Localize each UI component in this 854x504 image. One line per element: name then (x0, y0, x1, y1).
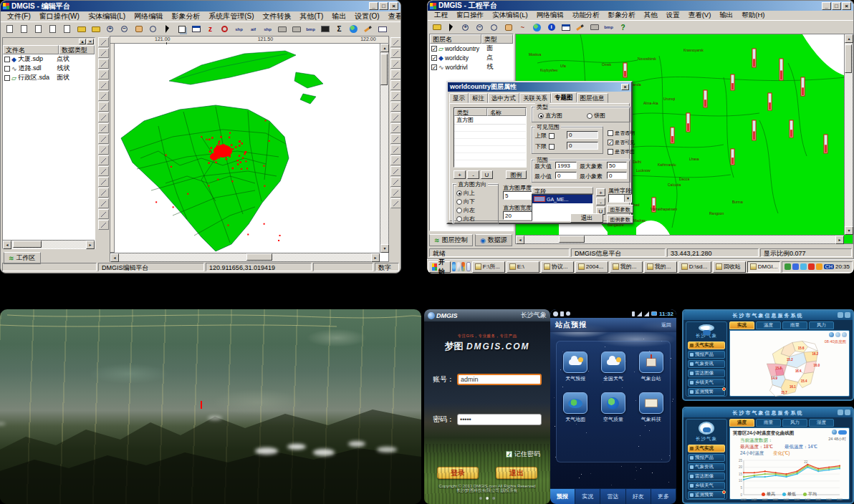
tool-button[interactable] (390, 188, 401, 198)
open-project-icon[interactable] (89, 23, 102, 35)
taskbar-button[interactable]: 回收站 (713, 261, 746, 273)
tab[interactable]: 风力 (809, 321, 834, 329)
select-cursor-icon[interactable] (444, 21, 458, 34)
info-icon[interactable]: i (544, 21, 558, 34)
tool-button[interactable] (98, 145, 109, 155)
maximize-button[interactable]: □ (379, 2, 388, 10)
map-vscroll[interactable]: ▴▾ (380, 44, 388, 253)
sketch-pencil-icon[interactable] (361, 23, 375, 35)
close-button[interactable]: × (389, 2, 398, 10)
minimize-button[interactable]: _ (369, 2, 378, 10)
close-button[interactable] (845, 312, 850, 318)
globe-icon[interactable] (530, 21, 544, 34)
tray-volume-icon[interactable] (785, 263, 791, 270)
tool-button[interactable] (390, 123, 401, 133)
zoom-window-icon[interactable] (146, 23, 160, 35)
tool-button[interactable] (390, 102, 401, 112)
menu-item[interactable]: 输出 (328, 11, 350, 21)
tool-button[interactable] (98, 166, 109, 176)
tool-button[interactable] (390, 37, 401, 47)
map-window-icon[interactable] (559, 21, 572, 34)
sidebar-item[interactable]: 监测预警 (688, 491, 725, 499)
remove-button[interactable]: - (467, 170, 479, 179)
menu-item[interactable]: 查看(V) (385, 11, 401, 21)
tool-button[interactable] (98, 188, 109, 198)
open-folder-icon[interactable] (75, 23, 88, 35)
tool-button[interactable] (98, 37, 109, 47)
sidebar-item[interactable]: 预报产品 (688, 454, 725, 462)
dir-right-radio[interactable]: 向右 (456, 215, 475, 223)
ie-icon[interactable] (452, 262, 456, 271)
statistics-icon[interactable]: Σ (332, 23, 346, 35)
sidebar-item[interactable]: 天气实况 (688, 341, 725, 349)
sidebar-item[interactable]: 天气实况 (688, 445, 725, 452)
map-hscroll[interactable]: ◂▸ (110, 253, 380, 261)
tray-qq-icon[interactable] (816, 263, 822, 270)
layer-properties-dialog[interactable]: worldcountry图层属性 × 显示 标注 选中方式 关联关系 专题图 图… (446, 81, 633, 224)
full-screen-icon[interactable] (318, 23, 332, 35)
close-button[interactable] (845, 410, 850, 415)
lower-input[interactable] (567, 142, 598, 150)
taskbar-clock[interactable]: 20:35 (835, 263, 850, 270)
open-folder-icon[interactable] (430, 21, 443, 34)
sidebar-item[interactable]: 乡镇天气 (688, 482, 725, 490)
tab-relation[interactable]: 关联关系 (519, 93, 551, 103)
min-input[interactable] (555, 172, 577, 179)
tab[interactable]: 湿度 (809, 419, 834, 427)
minimize-button[interactable] (838, 312, 843, 318)
half-checkbox[interactable]: 是否半图 (608, 148, 635, 155)
help-icon[interactable]: ? (616, 21, 630, 34)
print-icon[interactable] (275, 23, 289, 35)
visible-checkbox[interactable]: 是否可见 (608, 139, 635, 146)
tool-button[interactable] (390, 80, 401, 90)
file-checkbox[interactable] (4, 75, 10, 81)
menu-item[interactable]: 窗口操作 (453, 11, 487, 20)
tool-button[interactable] (390, 69, 401, 79)
panel-close-button[interactable]: × (87, 39, 94, 44)
menu-item[interactable]: 查看(V) (685, 11, 715, 20)
tab[interactable]: 雨量 (782, 321, 807, 329)
zoom-window-icon[interactable] (487, 21, 501, 34)
app-tile[interactable]: 空气质量 (601, 392, 625, 423)
exit-button[interactable]: 退出 (496, 467, 537, 479)
type-bar-radio[interactable]: 直方图 (538, 112, 562, 120)
back-button[interactable]: 返回 (661, 321, 671, 329)
tool-button[interactable] (390, 59, 401, 69)
minpx-input[interactable] (607, 172, 627, 179)
taskbar-button[interactable]: D:\sd... (678, 261, 711, 273)
layer-checkbox[interactable] (431, 64, 437, 70)
menu-item[interactable]: 影象分析 (605, 11, 639, 20)
bar-width-input[interactable] (503, 211, 534, 220)
tab[interactable]: 温度 (729, 419, 754, 427)
zoom-out-icon[interactable]: − (117, 23, 131, 35)
field-add-button[interactable]: + (596, 188, 605, 196)
shp-export-icon[interactable]: shp (232, 23, 246, 35)
zoom-out-icon[interactable]: − (473, 21, 486, 34)
password-input[interactable] (457, 414, 542, 425)
sidebar-item[interactable]: 雷达图像 (688, 472, 725, 480)
dir-left-radio[interactable]: 向左 (456, 206, 475, 214)
taskbar-button[interactable]: 我的... (610, 261, 643, 273)
layer-control-tab[interactable]: ≋图层控制 (429, 234, 473, 246)
attr-field-dropdown[interactable]: ▾ (608, 194, 632, 203)
flash-locate-icon[interactable]: z (203, 23, 217, 35)
aif-export-icon[interactable]: aif (246, 23, 260, 35)
start-button[interactable]: 开始 (428, 261, 451, 273)
project-titlebar[interactable]: DMGIS - 工程平台 _□× (428, 1, 853, 11)
nav-tab[interactable]: 预报 (550, 489, 575, 504)
tool-button[interactable] (98, 220, 109, 230)
new-project-icon[interactable] (60, 23, 74, 35)
login-button[interactable]: 登录 (437, 467, 479, 479)
new-doc-icon[interactable] (46, 23, 59, 35)
menu-item[interactable]: 实体编辑(L) (85, 11, 129, 21)
layers-icon[interactable] (842, 332, 847, 337)
bmp-export-icon[interactable]: bmp (304, 23, 317, 35)
minimize-button[interactable]: _ (822, 2, 831, 10)
file-row[interactable]: ▱行政区.sda面状 (3, 73, 95, 82)
menu-item[interactable]: 其他(T) (296, 11, 327, 21)
sidebar-item[interactable]: 监测预警 (688, 388, 725, 396)
menu-item[interactable]: 功能分析 (569, 11, 603, 20)
tool-button[interactable] (98, 123, 109, 133)
close-button[interactable]: × (842, 2, 851, 10)
upper-input[interactable] (567, 131, 598, 139)
